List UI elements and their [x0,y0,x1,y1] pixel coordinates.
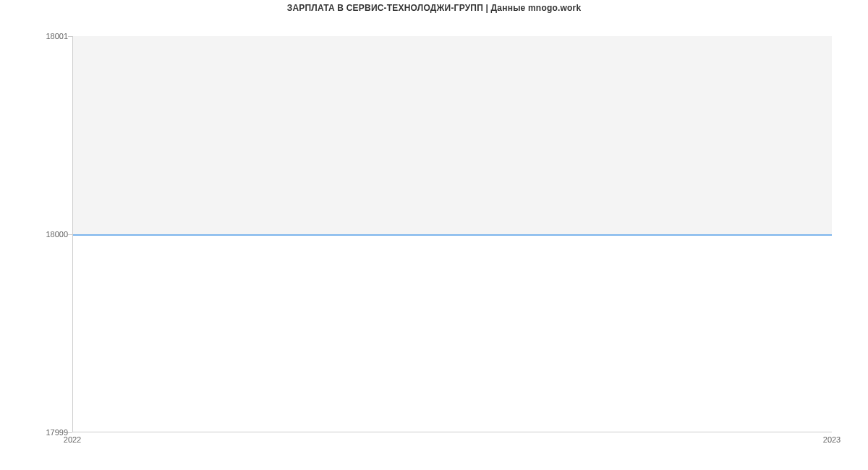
y-tick-mark [68,432,72,433]
x-axis-line [72,432,832,432]
y-axis-line [72,36,73,432]
plot-band-lower [72,234,832,432]
chart-title: ЗАРПЛАТА В СЕРВИС-ТЕХНОЛОДЖИ-ГРУПП | Дан… [0,3,868,13]
series-line [72,234,832,236]
y-tick-label: 18000 [3,230,68,239]
plot-area [72,36,832,432]
y-tick-label: 18001 [3,32,68,40]
chart-container: ЗАРПЛАТА В СЕРВИС-ТЕХНОЛОДЖИ-ГРУПП | Дан… [0,0,868,470]
y-tick-label: 17999 [3,428,68,437]
plot-band-upper [72,36,832,234]
x-tick-label: 2023 [823,435,841,444]
x-tick-label: 2022 [64,435,81,444]
